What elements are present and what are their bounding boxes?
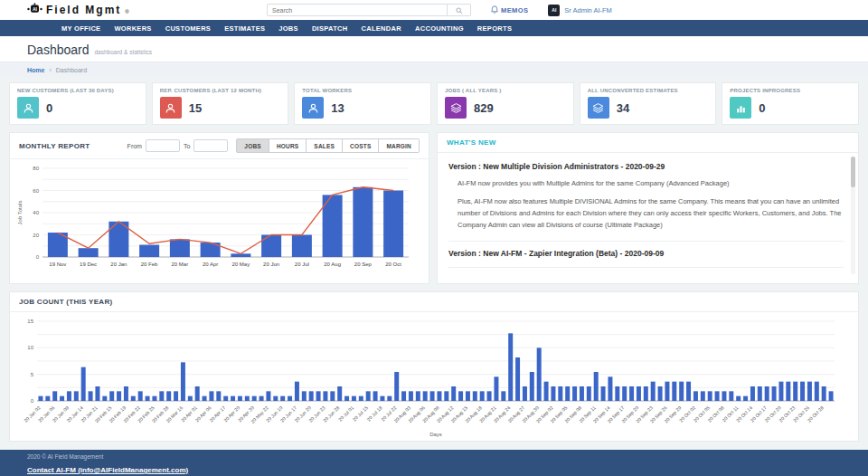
search-bar: [267, 4, 471, 16]
title-bar: Dashboard dashboard & statistics: [0, 36, 868, 62]
svg-text:Job Totals: Job Totals: [17, 201, 23, 225]
whats-new-panel: WHAT'S NEW Version : New Multiple Divisi…: [437, 132, 859, 284]
svg-text:80: 80: [33, 166, 39, 171]
user-menu[interactable]: AI Sr Admin AI-FM: [548, 5, 612, 16]
stat-label: JOBS ( ALL YEARS ): [445, 88, 566, 93]
page-title: Dashboard: [27, 43, 90, 57]
nav-item-estimates[interactable]: ESTIMATES: [224, 24, 265, 33]
svg-text:AI: AI: [33, 6, 38, 12]
stat-label: PROJECTS INPROGRESS: [730, 88, 851, 93]
stat-card: TOTAL WORKERS13: [294, 82, 431, 125]
nav-item-customers[interactable]: CUSTOMERS: [165, 24, 211, 33]
report-button-margin[interactable]: MARGIN: [379, 138, 420, 153]
svg-text:Days: Days: [429, 432, 442, 437]
report-button-sales[interactable]: SALES: [307, 138, 343, 153]
search-button[interactable]: [448, 4, 471, 16]
svg-text:0: 0: [36, 254, 40, 260]
user-avatar: AI: [548, 5, 560, 16]
breadcrumb: Home › Dashboard: [0, 62, 868, 77]
main-nav: MY OFFICEWORKERSCUSTOMERSESTIMATESJOBSDI…: [0, 20, 868, 36]
svg-text:20 Aug: 20 Aug: [324, 262, 341, 267]
nav-item-jobs[interactable]: JOBS: [278, 24, 298, 33]
svg-text:15: 15: [27, 319, 33, 324]
svg-text:5: 5: [31, 372, 34, 377]
svg-text:20 Jan: 20 Jan: [110, 262, 127, 267]
whats-new-header: WHAT'S NEW: [438, 133, 858, 153]
svg-text:20: 20: [33, 233, 39, 238]
report-button-costs[interactable]: COSTS: [343, 138, 379, 153]
bar-chart-icon: [730, 97, 751, 119]
search-icon: [456, 4, 463, 17]
page-subtitle: dashboard & statistics: [95, 49, 153, 55]
brand-logo[interactable]: AI Field Mgmt ®: [0, 2, 217, 18]
stat-label: TOTAL WORKERS: [302, 88, 423, 93]
stat-value: 34: [617, 101, 629, 115]
svg-text:20 Apr: 20 Apr: [203, 262, 218, 267]
memos-label: MEMOS: [501, 6, 528, 14]
svg-text:0: 0: [31, 398, 34, 404]
monthly-report-controls: From To JOBSHOURSSALESCOSTSMARGIN: [127, 138, 420, 153]
whats-new-entry-paragraph: AI-FM now provides you with Multiple Adm…: [458, 177, 844, 189]
search-input[interactable]: [267, 4, 448, 16]
whats-new-scrollbar-thumb[interactable]: [851, 157, 855, 187]
whats-new-body: Version : New Multiple Division Administ…: [438, 153, 858, 280]
monthly-report-chart: 020406080Job Totals19 Nov19 Dec20 Jan20 …: [10, 159, 429, 284]
user-icon: [160, 97, 182, 119]
memos-link[interactable]: MEMOS: [491, 5, 528, 15]
whats-new-entry-heading: Version : New Multiple Division Administ…: [448, 162, 844, 171]
brand-registered-mark: ®: [125, 9, 128, 14]
nav-item-calendar[interactable]: CALENDAR: [362, 24, 401, 33]
stat-label: NEW CUSTOMERS (LAST 30 DAYS): [17, 88, 138, 93]
to-date-input[interactable]: [193, 139, 228, 152]
nav-item-workers[interactable]: WORKERS: [114, 24, 151, 33]
whats-new-scrollbar[interactable]: [851, 157, 855, 274]
whats-new-entry-paragraph: Plus, AI-FM now also features Multiple D…: [458, 195, 844, 231]
nav-item-accounting[interactable]: ACCOUNTING: [415, 24, 464, 33]
report-button-hours[interactable]: HOURS: [269, 138, 307, 153]
brand-name: Field Mgmt: [46, 4, 121, 16]
whats-new-entry-heading: Version : New AI-FM - Zapier Integration…: [448, 249, 844, 258]
nav-item-my-office[interactable]: MY OFFICE: [61, 24, 100, 33]
stat-value: 0: [46, 101, 52, 115]
job-count-panel: JOB COUNT (THIS YEAR) 05101520 Jan 0220 …: [9, 291, 859, 442]
stat-card: REP. CUSTOMERS (LAST 12 MONTH)15: [152, 82, 289, 125]
user-icon: [17, 97, 39, 119]
stat-card: NEW CUSTOMERS (LAST 30 DAYS)0: [9, 82, 146, 125]
svg-text:20 Oct: 20 Oct: [385, 262, 401, 267]
svg-text:40: 40: [33, 210, 39, 215]
whats-new-entry: Version : New AI-FM - Zapier Integration…: [448, 242, 844, 268]
robot-logo-icon: AI: [27, 2, 42, 18]
job-count-chart: 05101520 Jan 0220 Jan 0620 Jan 0920 Jan …: [10, 312, 858, 443]
footer-contact-link[interactable]: Contact AI-FM (info@AIFieldManagement.co…: [27, 466, 188, 474]
monthly-report-panel: MONTHLY REPORT From To JOBSHOURSSALESCOS…: [9, 132, 429, 284]
svg-text:19 Nov: 19 Nov: [49, 262, 66, 267]
nav-item-reports[interactable]: REPORTS: [477, 24, 512, 33]
report-button-jobs[interactable]: JOBS: [236, 138, 269, 153]
bell-icon: [491, 5, 498, 15]
to-label: To: [184, 143, 190, 149]
stat-value: 15: [189, 101, 202, 115]
from-label: From: [127, 143, 142, 149]
user-name: Sr Admin AI-FM: [564, 6, 612, 14]
stat-card: JOBS ( ALL YEARS )829: [437, 82, 574, 125]
monthly-report-title: MONTHLY REPORT: [19, 142, 90, 150]
stat-card: PROJECTS INPROGRESS0: [722, 82, 859, 125]
stat-label: ALL UNCONVERTED ESTIMATES: [588, 88, 709, 93]
svg-text:10: 10: [27, 345, 33, 350]
nav-item-dispatch[interactable]: DISPATCH: [312, 24, 348, 33]
svg-text:20 Jun: 20 Jun: [263, 262, 279, 267]
stat-cards-row: NEW CUSTOMERS (LAST 30 DAYS)0REP. CUSTOM…: [9, 82, 859, 125]
breadcrumb-home-link[interactable]: Home: [27, 67, 44, 73]
footer: 2020 © AI Field Management Contact AI-FM…: [0, 450, 868, 476]
breadcrumb-separator: ›: [49, 67, 51, 73]
stat-value: 0: [759, 101, 765, 115]
from-date-input[interactable]: [146, 139, 180, 152]
stat-card: ALL UNCONVERTED ESTIMATES34: [580, 82, 717, 125]
main-row: MONTHLY REPORT From To JOBSHOURSSALESCOS…: [9, 132, 859, 284]
svg-text:20 Mar: 20 Mar: [172, 262, 189, 267]
whats-new-title: WHAT'S NEW: [447, 138, 496, 147]
monthly-chart-svg: 020406080Job Totals19 Nov19 Dec20 Jan20 …: [14, 161, 414, 281]
top-bar: AI Field Mgmt ®: [0, 0, 868, 20]
app: AI Field Mgmt ®: [0, 0, 868, 476]
svg-text:60: 60: [33, 188, 39, 194]
